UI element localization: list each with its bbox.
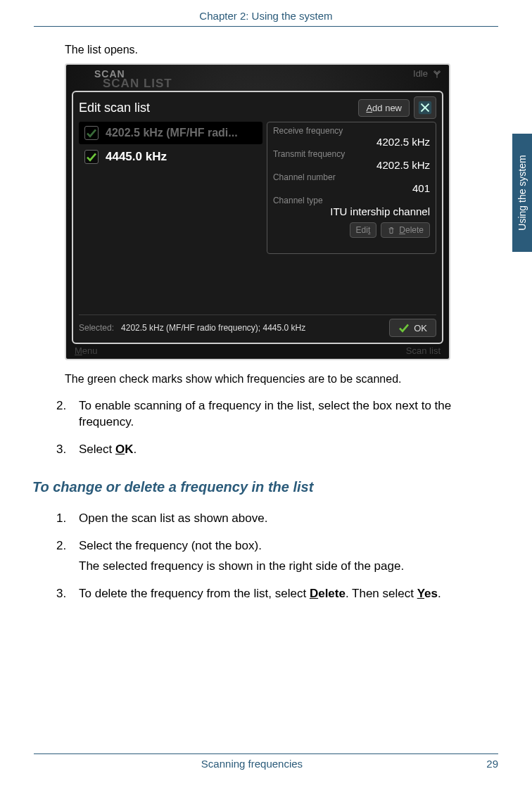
detail-value: ITU intership channel bbox=[273, 205, 430, 217]
intro-text: The list opens. bbox=[65, 44, 487, 56]
caption-text: The green check marks show which frequen… bbox=[65, 373, 487, 386]
step-text: Select OK. bbox=[79, 442, 487, 458]
step-number: 1. bbox=[56, 511, 79, 527]
modal-footer: Selected: 4202.5 kHz (MF/HF radio freque… bbox=[79, 314, 436, 337]
device-bottom-bar: Menu Scan list bbox=[66, 344, 449, 359]
step-item: 3. To delete the frequency from the list… bbox=[56, 586, 487, 602]
row-label: 4202.5 kHz (MF/HF radi... bbox=[106, 127, 238, 139]
modal-title: Edit scan list bbox=[79, 101, 150, 115]
selected-summary: Selected: 4202.5 kHz (MF/HF radio freque… bbox=[79, 323, 305, 333]
detail-value: 4202.5 kHz bbox=[273, 136, 430, 148]
add-new-button[interactable]: Add new bbox=[358, 99, 410, 117]
frequency-list: 4202.5 kHz (MF/HF radi... 4445.0 kHz bbox=[79, 122, 262, 254]
delete-label: Delete bbox=[399, 225, 424, 235]
page-number: 29 bbox=[470, 758, 498, 770]
step-list-a: 2. To enable scanning of a frequency in … bbox=[56, 398, 487, 458]
selected-label: Selected: bbox=[79, 323, 114, 333]
step-text: Open the scan list as shown above. bbox=[79, 511, 487, 527]
content: The list opens. SCAN SCAN LIST Idle Edit… bbox=[0, 27, 532, 602]
list-row[interactable]: 4445.0 kHz bbox=[79, 146, 262, 168]
list-filler bbox=[79, 170, 262, 254]
step-number: 2. bbox=[56, 538, 79, 575]
step-item: 2. Select the frequency (not the box). T… bbox=[56, 538, 487, 575]
footer-line: Scanning frequencies 29 bbox=[34, 754, 498, 770]
row-label: 4445.0 kHz bbox=[106, 150, 167, 164]
step-number: 3. bbox=[56, 442, 79, 458]
detail-label: Transmit frequency bbox=[273, 149, 430, 159]
list-row[interactable]: 4202.5 kHz (MF/HF radi... bbox=[79, 122, 262, 144]
selected-value: 4202.5 kHz (MF/HF radio frequency); 4445… bbox=[121, 323, 305, 333]
step-list-b: 1. Open the scan list as shown above. 2.… bbox=[56, 511, 487, 602]
device-top-bar: SCAN SCAN LIST Idle bbox=[66, 68, 449, 91]
modal-spacer bbox=[79, 254, 436, 312]
footer-title: Scanning frequencies bbox=[34, 758, 470, 770]
row-checkbox[interactable] bbox=[84, 126, 99, 140]
step-item: 1. Open the scan list as shown above. bbox=[56, 511, 487, 527]
side-tab-label: Using the system bbox=[517, 155, 528, 230]
step-subtext: The selected frequency is shown in the r… bbox=[79, 559, 487, 575]
modal-body: 4202.5 kHz (MF/HF radi... 4445.0 kHz Rec… bbox=[79, 122, 436, 254]
step-number: 2. bbox=[56, 398, 79, 431]
page-header: Chapter 2: Using the system bbox=[0, 0, 532, 22]
section-heading: To change or delete a frequency in the l… bbox=[32, 479, 487, 495]
page-footer: Scanning frequencies 29 bbox=[34, 753, 498, 770]
scan-label-2: SCAN LIST bbox=[103, 77, 172, 91]
modal-header-actions: Add new bbox=[358, 96, 436, 119]
ok-label: OK bbox=[414, 323, 427, 333]
modal-header: Edit scan list Add new bbox=[79, 96, 436, 119]
check-icon bbox=[86, 127, 97, 139]
edit-button[interactable]: Edit bbox=[350, 222, 377, 238]
add-new-label: Add new bbox=[366, 103, 402, 113]
detail-label: Channel type bbox=[273, 196, 430, 205]
chapter-title: Chapter 2: Using the system bbox=[199, 10, 332, 22]
delete-button[interactable]: Delete bbox=[381, 222, 430, 238]
scanlist-softkey[interactable]: Scan list bbox=[406, 345, 441, 356]
menu-softkey[interactable]: Menu bbox=[75, 345, 98, 356]
trash-icon bbox=[387, 226, 395, 235]
step-text: To enable scanning of a frequency in the… bbox=[79, 398, 487, 431]
status-idle: Idle bbox=[413, 68, 442, 79]
device-screenshot: SCAN SCAN LIST Idle Edit scan list Add n… bbox=[65, 63, 450, 360]
close-icon bbox=[417, 100, 433, 115]
check-icon bbox=[86, 151, 97, 163]
detail-actions: Edit Delete bbox=[273, 222, 430, 238]
ok-button[interactable]: OK bbox=[389, 319, 436, 337]
detail-value: 401 bbox=[273, 182, 430, 194]
detail-label: Receive frequency bbox=[273, 126, 430, 136]
idle-label: Idle bbox=[413, 68, 428, 79]
detail-value: 4202.5 kHz bbox=[273, 159, 430, 171]
step-number: 3. bbox=[56, 586, 79, 602]
close-button[interactable] bbox=[414, 96, 436, 119]
detail-label: Channel number bbox=[273, 172, 430, 182]
step-text: Select the frequency (not the box). The … bbox=[79, 538, 487, 575]
edit-label: Edit bbox=[356, 225, 371, 235]
side-tab: Using the system bbox=[512, 134, 532, 252]
row-checkbox[interactable] bbox=[84, 150, 99, 164]
step-item: 3. Select OK. bbox=[56, 442, 487, 458]
step-item: 2. To enable scanning of a frequency in … bbox=[56, 398, 487, 431]
check-icon bbox=[398, 322, 410, 333]
step-text: To delete the frequency from the list, s… bbox=[79, 586, 487, 602]
detail-panel: Receive frequency 4202.5 kHz Transmit fr… bbox=[267, 122, 436, 254]
edit-scan-list-modal: Edit scan list Add new bbox=[72, 91, 443, 344]
scan-header: SCAN SCAN LIST bbox=[94, 68, 172, 91]
antenna-icon bbox=[432, 69, 442, 79]
